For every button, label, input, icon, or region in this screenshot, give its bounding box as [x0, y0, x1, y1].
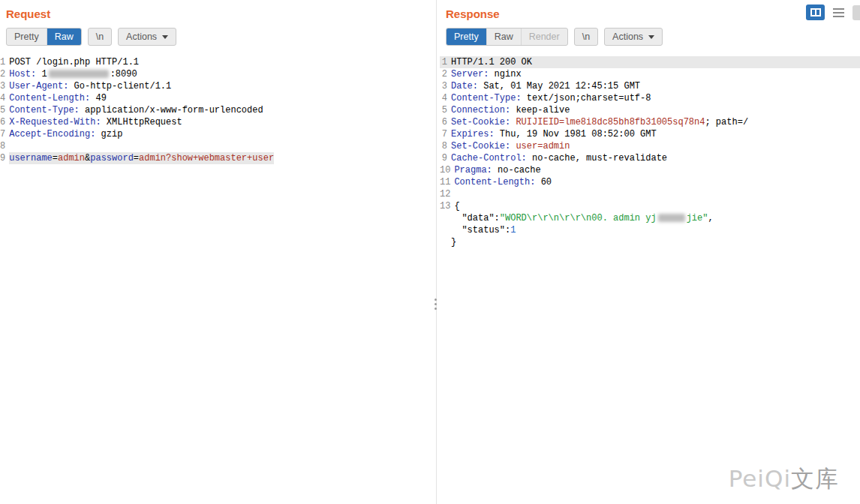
line-number: 8 [0, 140, 9, 152]
line-number [440, 236, 451, 248]
tab-newline[interactable]: \n [89, 28, 111, 45]
code-line: 6X-Requested-With: XMLHttpRequest [0, 116, 433, 128]
tab-label: Pretty [454, 32, 479, 42]
line-number: 13 [440, 200, 454, 212]
line-number: 1 [440, 56, 451, 68]
code-line: 4Content-Length: 49 [0, 92, 433, 104]
line-text: Host: 1:8090 [9, 68, 137, 80]
line-number: 7 [440, 128, 451, 140]
response-editor[interactable]: 1HTTP/1.1 200 OK2Server: nginx3Date: Sat… [440, 53, 860, 504]
line-number: 6 [440, 116, 451, 128]
line-number: 2 [0, 68, 9, 80]
line-number: 9 [440, 152, 451, 164]
code-line: 11Content-Length: 60 [440, 176, 860, 188]
line-text: HTTP/1.1 200 OK [451, 56, 532, 68]
code-line: 6Set-Cookie: RUIJIEID=lme8i8dc85bh8fb310… [440, 116, 860, 128]
line-number: 11 [440, 176, 454, 188]
code-line: 7Accept-Encoding: gzip [0, 128, 433, 140]
line-text: Connection: keep-alive [451, 104, 570, 116]
menu-button[interactable] [831, 7, 846, 19]
line-text: Accept-Encoding: gzip [9, 128, 122, 140]
hamburger-icon [833, 8, 844, 10]
tab-pretty[interactable]: Pretty [447, 28, 486, 45]
panel-splitter[interactable] [433, 0, 440, 504]
line-text: Content-Type: text/json;charset=utf-8 [451, 92, 651, 104]
chevron-down-icon [162, 35, 168, 39]
tab-render[interactable]: Render [521, 28, 567, 45]
request-panel: Request PrettyRaw\nActions 1POST /login.… [0, 0, 433, 504]
redacted-blur [658, 214, 685, 222]
line-number [440, 224, 451, 236]
code-line: 4Content-Type: text/json;charset=utf-8 [440, 92, 860, 104]
tab-actions[interactable]: Actions [604, 28, 663, 46]
tab-group: \n [88, 28, 112, 46]
tab-label: \n [96, 32, 104, 42]
line-text: } [451, 236, 456, 248]
line-number: 7 [0, 128, 9, 140]
line-text: Date: Sat, 01 May 2021 12:45:15 GMT [451, 80, 640, 92]
code-line: 13{ [440, 200, 860, 212]
code-line: 12 [440, 188, 860, 200]
code-line: 8 [0, 140, 433, 152]
line-number: 4 [440, 92, 451, 104]
tab-pretty[interactable]: Pretty [7, 28, 47, 45]
tab-label: Raw [495, 32, 513, 42]
http-message-editor: Request PrettyRaw\nActions 1POST /login.… [0, 0, 860, 504]
tab-raw[interactable]: Raw [486, 28, 521, 45]
line-text: "status":1 [451, 224, 516, 236]
tab-newline[interactable]: \n [575, 28, 597, 45]
line-text: { [454, 200, 459, 212]
partial-view-button[interactable] [852, 5, 860, 20]
line-number: 8 [440, 140, 451, 152]
code-line: 1POST /login.php HTTP/1.1 [0, 56, 433, 68]
request-editor[interactable]: 1POST /login.php HTTP/1.12Host: 1:80903U… [0, 53, 433, 504]
redacted-blur [49, 70, 109, 78]
chevron-down-icon [648, 35, 654, 39]
tab-actions[interactable]: Actions [118, 28, 176, 46]
tab-group: PrettyRaw [6, 28, 82, 46]
code-line: 3User-Agent: Go-http-client/1.1 [0, 80, 433, 92]
code-line: 5Content-Type: application/x-www-form-ur… [0, 104, 433, 116]
tab-label: Actions [612, 32, 643, 42]
view-toolbar [806, 4, 858, 20]
code-line: 1HTTP/1.1 200 OK [440, 56, 860, 68]
code-line: 2Server: nginx [440, 68, 860, 80]
line-number: 4 [0, 92, 9, 104]
columns-layout-button[interactable] [806, 4, 825, 20]
response-panel: Response PrettyRawRender\nActions 1HTTP/… [440, 0, 860, 504]
line-number: 10 [440, 164, 454, 176]
line-number: 2 [440, 68, 451, 80]
line-number: 9 [0, 152, 9, 164]
tab-group: \n [574, 28, 598, 46]
line-text: Content-Type: application/x-www-form-url… [9, 104, 263, 116]
tab-group: PrettyRawRender [446, 28, 568, 46]
line-text: Content-Length: 49 [9, 92, 107, 104]
splitter-line [436, 0, 437, 504]
response-title: Response [446, 8, 854, 20]
code-line: 7Expires: Thu, 19 Nov 1981 08:52:00 GMT [440, 128, 860, 140]
tab-label: \n [582, 32, 590, 42]
line-number: 3 [440, 80, 451, 92]
line-text: Set-Cookie: RUIJIEID=lme8i8dc85bh8fb3100… [451, 116, 748, 128]
request-title: Request [6, 8, 427, 20]
line-text: Cache-Control: no-cache, must-revalidate [451, 152, 667, 164]
line-text: X-Requested-With: XMLHttpRequest [9, 116, 182, 128]
tab-label: Actions [126, 32, 157, 42]
code-line: 9username=admin&password=admin?show+webm… [0, 152, 433, 164]
line-number [440, 212, 451, 224]
code-line: 5Connection: keep-alive [440, 104, 860, 116]
columns-icon [810, 8, 821, 16]
line-text: Set-Cookie: user=admin [451, 140, 570, 152]
line-number: 6 [0, 116, 9, 128]
line-number: 5 [0, 104, 9, 116]
panels-container: Request PrettyRaw\nActions 1POST /login.… [0, 0, 860, 504]
code-line: 10Pragma: no-cache [440, 164, 860, 176]
tab-raw[interactable]: Raw [47, 28, 81, 45]
line-number: 12 [440, 188, 454, 200]
code-line: "data":"WORD\r\r\n\r\r\n00. admin yjjie"… [440, 212, 860, 224]
splitter-handle-icon [435, 298, 437, 310]
response-tabbar: PrettyRawRender\nActions [446, 28, 854, 46]
line-text: "data":"WORD\r\r\n\r\r\n00. admin yjjie"… [451, 212, 714, 224]
line-text: Expires: Thu, 19 Nov 1981 08:52:00 GMT [451, 128, 657, 140]
line-number: 5 [440, 104, 451, 116]
